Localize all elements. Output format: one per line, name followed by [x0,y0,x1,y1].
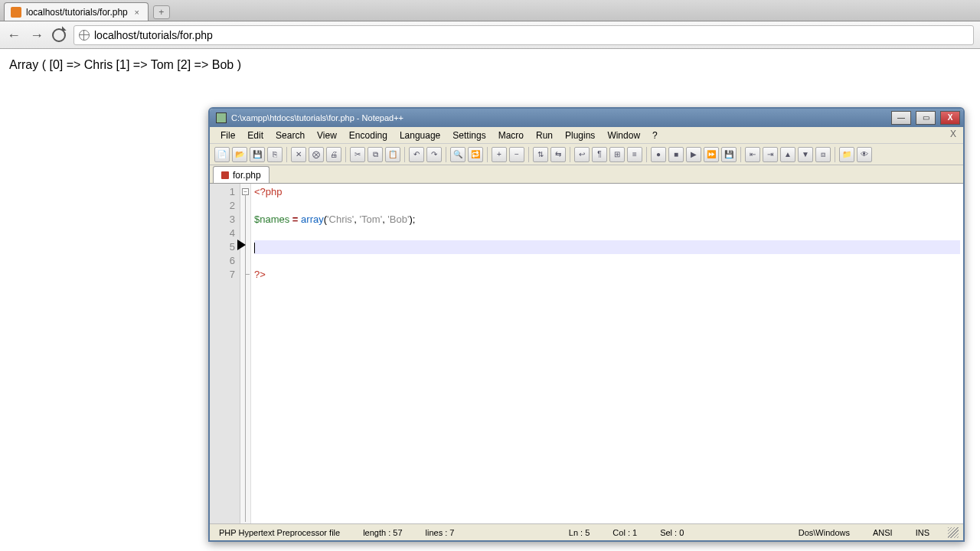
status-ins[interactable]: INS [911,528,934,537]
code-token: $names [254,214,289,225]
up-icon[interactable]: ▲ [780,147,795,162]
doc-close-icon[interactable]: X [948,129,959,139]
code-token: 'Tom' [360,214,383,225]
status-col: Col : 1 [608,528,642,537]
tab-close-icon[interactable]: × [132,8,142,17]
editor-tab-label: for.php [233,170,261,181]
favicon-icon [11,7,21,18]
show-chars-icon[interactable]: ¶ [592,147,607,162]
new-icon[interactable]: 📄 [214,147,230,162]
status-eol[interactable]: Dos\Windows [794,528,854,537]
status-sel: Sel : 0 [655,528,688,537]
line-num: 6 [210,254,235,268]
lang-icon[interactable]: ≡ [627,147,642,162]
replace-icon[interactable]: 🔁 [468,147,483,162]
play-icon[interactable]: ▶ [686,147,701,162]
php-output: Array ( [0] => Chris [1] => Tom [2] => B… [9,58,241,71]
globe-icon [79,30,90,41]
save-icon[interactable]: 💾 [250,147,265,162]
notepad-window: C:\xampp\htdocs\tutorials\for.php - Note… [208,107,965,542]
fold-column: − [240,184,251,523]
sync-h-icon[interactable]: ⇆ [550,147,566,162]
menu-view[interactable]: View [311,129,343,142]
menu-bar: File Edit Search View Encoding Language … [210,127,963,144]
code-token: = [289,214,301,225]
resize-grip-icon[interactable] [948,527,959,538]
find-icon[interactable]: 🔍 [450,147,466,162]
menu-edit[interactable]: Edit [241,129,270,142]
wrap-icon[interactable]: ↩ [574,147,590,162]
close-file-icon[interactable]: ✕ [291,147,306,162]
titlebar[interactable]: C:\xampp\htdocs\tutorials\for.php - Note… [210,109,963,127]
record-icon[interactable]: ● [651,147,666,162]
save-macro-icon[interactable]: 💾 [721,147,737,162]
outdent-icon[interactable]: ⇤ [745,147,760,162]
editor-tabs: for.php [210,165,963,184]
code-area[interactable]: <?php $names = array('Chris', 'Tom', 'Bo… [251,184,963,523]
address-bar[interactable]: localhost/tutorials/for.php [74,25,974,45]
zoom-in-icon[interactable]: + [492,147,507,162]
sync-v-icon[interactable]: ⇅ [533,147,548,162]
stop-icon[interactable]: ■ [668,147,684,162]
zoom-out-icon[interactable]: − [509,147,524,162]
menu-run[interactable]: Run [530,129,559,142]
copy-icon[interactable]: ⧉ [368,147,383,162]
indent-guide-icon[interactable]: ⊞ [609,147,625,162]
save-all-icon[interactable]: ⎘ [267,147,283,162]
status-enc[interactable]: ANSI [868,528,897,537]
forward-button[interactable]: → [29,28,44,43]
menu-file[interactable]: File [214,129,241,142]
code-token: <?php [254,186,283,197]
app-icon [216,112,227,123]
minimize-button[interactable]: — [891,111,911,125]
url-text: localhost/tutorials/for.php [94,29,213,41]
cursor-pointer-icon [237,240,246,250]
cut-icon[interactable]: ✂ [350,147,365,162]
back-button[interactable]: ← [6,28,21,43]
page-body: Array ( [0] => Chris [1] => Tom [2] => B… [0,49,980,81]
undo-icon[interactable]: ↶ [409,147,424,162]
open-icon[interactable]: 📂 [232,147,247,162]
maximize-button[interactable]: ▭ [916,111,936,125]
menu-settings[interactable]: Settings [446,129,492,142]
code-token: array [301,214,324,225]
misc-icon[interactable]: ⧈ [815,147,831,162]
close-button[interactable]: X [940,111,960,125]
status-lines: lines : 7 [421,528,459,537]
code-token: ?> [254,269,266,280]
close-all-icon[interactable]: ⨂ [309,147,324,162]
code-token: , [354,214,359,225]
line-num: 7 [210,268,235,282]
menu-window[interactable]: Window [601,129,646,142]
line-num: 2 [210,199,235,213]
play-multi-icon[interactable]: ⏩ [704,147,719,162]
browser-tab[interactable]: localhost/tutorials/for.php × [4,2,149,21]
status-lang: PHP Hypertext Preprocessor file [214,528,345,537]
down-icon[interactable]: ▼ [798,147,813,162]
menu-help[interactable]: ? [646,129,664,142]
line-gutter: 1 2 3 4 5 6 7 [210,184,240,523]
menu-search[interactable]: Search [270,129,311,142]
menu-macro[interactable]: Macro [492,129,530,142]
editor-tab[interactable]: for.php [213,166,270,183]
status-length: length : 57 [358,528,407,537]
line-num: 1 [210,185,235,199]
menu-plugins[interactable]: Plugins [559,129,601,142]
paste-icon[interactable]: 📋 [385,147,400,162]
folder-icon[interactable]: 📁 [839,147,854,162]
code-token: ); [409,214,415,225]
text-caret [254,243,255,253]
reload-button[interactable] [52,28,66,42]
monitor-icon[interactable]: 👁 [857,147,872,162]
status-ln: Ln : 5 [564,528,595,537]
indent-icon[interactable]: ⇥ [763,147,778,162]
menu-language[interactable]: Language [394,129,446,142]
menu-encoding[interactable]: Encoding [343,129,394,142]
tab-title: localhost/tutorials/for.php [26,7,128,18]
redo-icon[interactable]: ↷ [426,147,442,162]
print-icon[interactable]: 🖨 [326,147,341,162]
status-bar: PHP Hypertext Preprocessor file length :… [210,523,963,540]
code-token: 'Chris' [327,214,354,225]
code-editor[interactable]: 1 2 3 4 5 6 7 − <?php $names = array('Ch… [210,184,963,523]
new-tab-button[interactable]: + [153,5,170,19]
